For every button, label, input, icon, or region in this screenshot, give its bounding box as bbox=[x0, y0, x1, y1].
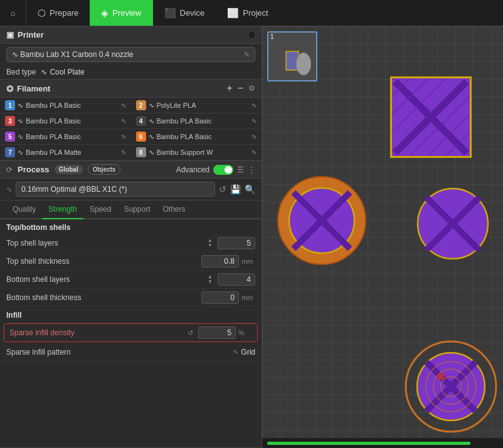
filament-item-4: 4 ∿ Bambu PLA Basic ✎ bbox=[131, 113, 262, 129]
filament-section: ⏣ Filament + − ⚙ 1 ∿ Bambu PLA Basic ✎ bbox=[0, 80, 262, 161]
profile-select[interactable]: 0.16mm Optimal @BBL X1C (*) bbox=[16, 182, 215, 197]
pattern-chevron-icon: ∿ bbox=[233, 348, 238, 356]
printer-settings-icon[interactable]: ⚙ bbox=[248, 31, 255, 39]
tab-preview[interactable]: ◈ Preview bbox=[90, 0, 152, 26]
left-panel: ▣ Printer ⚙ ∿ Bambu Lab X1 Carbon 0.4 no… bbox=[0, 26, 262, 448]
sparse-infill-density-input[interactable] bbox=[198, 326, 236, 339]
canvas-area: 1 bbox=[262, 26, 503, 448]
printer-name-row: ∿ Bambu Lab X1 Carbon 0.4 nozzle ✎ bbox=[0, 44, 262, 65]
print-object-circle-medium bbox=[415, 186, 490, 261]
filament-title: ⏣ Filament bbox=[6, 84, 50, 93]
tab-strength[interactable]: Strength bbox=[42, 201, 83, 219]
filament-edit-1[interactable]: ✎ bbox=[121, 102, 126, 109]
printer-name-display[interactable]: ∿ Bambu Lab X1 Carbon 0.4 nozzle ✎ bbox=[6, 47, 255, 62]
sparse-infill-density-unit: % bbox=[238, 329, 252, 336]
project-icon: ⬜ bbox=[227, 8, 239, 19]
filament-edit-4[interactable]: ✎ bbox=[251, 118, 257, 125]
top-shell-thickness-label: Top shell thickness bbox=[6, 257, 201, 266]
process-controls: Advanced ☰ ⋮ bbox=[176, 165, 255, 175]
sparse-infill-density-value: ↺ % bbox=[188, 326, 252, 339]
svg-rect-25 bbox=[438, 373, 444, 380]
infill-density-reset-icon[interactable]: ↺ bbox=[188, 329, 193, 337]
top-shell-thickness-unit: mm bbox=[241, 258, 255, 265]
bottom-shell-thickness-unit: mm bbox=[241, 294, 255, 301]
tab-quality[interactable]: Quality bbox=[6, 201, 42, 219]
filament-num-8: 8 bbox=[136, 147, 146, 157]
filament-edit-3[interactable]: ✎ bbox=[121, 118, 126, 125]
sparse-infill-pattern-display[interactable]: Grid bbox=[241, 348, 255, 357]
top-shell-thickness-input[interactable] bbox=[201, 255, 239, 268]
tab-others[interactable]: Others bbox=[156, 201, 191, 219]
filament-item-5: 5 ∿ Bambu PLA Basic ✎ bbox=[0, 129, 131, 145]
profile-reset-icon[interactable]: ↺ bbox=[219, 184, 226, 194]
printer-title: ▣ Printer bbox=[6, 30, 44, 39]
filament-item-6: 6 ∿ Bambu PLA Basic ✎ bbox=[131, 129, 262, 145]
profile-row: ∿ 0.16mm Optimal @BBL X1C (*) ↺ 💾 🔍 bbox=[0, 179, 262, 201]
tab-prepare[interactable]: ⬡ Prepare bbox=[26, 0, 90, 26]
list-view-icon[interactable]: ☰ bbox=[237, 165, 244, 174]
sparse-infill-pattern-label: Sparse infill pattern bbox=[6, 348, 233, 357]
profile-save-icon[interactable]: 💾 bbox=[230, 184, 241, 194]
filament-num-2: 2 bbox=[136, 100, 146, 110]
filament-num-3: 3 bbox=[5, 116, 15, 126]
circle-small-svg bbox=[403, 338, 500, 435]
filament-edit-7[interactable]: ✎ bbox=[121, 149, 126, 156]
bed-type-label: Bed type bbox=[6, 68, 36, 76]
home-button[interactable]: ⌂ bbox=[0, 0, 26, 26]
top-shell-thickness-value: mm bbox=[201, 255, 255, 268]
print-object-square bbox=[390, 76, 472, 158]
infill-title: Infill bbox=[0, 307, 262, 322]
filament-item-2: 2 ∿ PolyLite PLA ✎ bbox=[131, 98, 262, 113]
bed-value[interactable]: ∿ Cool Plate bbox=[41, 68, 84, 76]
advanced-label: Advanced bbox=[176, 165, 209, 174]
tab-speed[interactable]: Speed bbox=[83, 201, 118, 219]
filament-name-5: Bambu PLA Basic bbox=[26, 133, 119, 140]
settings-content: Top/bottom shells Top shell layers ▲ ▼ T… bbox=[0, 219, 262, 447]
process-section: ⟳ Process Global Objects Advanced ☰ ⋮ ∿ … bbox=[0, 161, 262, 448]
top-shell-layers-label: Top shell layers bbox=[6, 239, 206, 247]
process-header: ⟳ Process Global Objects Advanced ☰ ⋮ bbox=[0, 161, 262, 179]
top-shell-thickness-row: Top shell thickness mm bbox=[0, 253, 262, 271]
bed-type-row: Bed type ∿ Cool Plate bbox=[0, 65, 262, 79]
more-options-icon[interactable]: ⋮ bbox=[248, 165, 255, 174]
filament-header: ⏣ Filament + − ⚙ bbox=[0, 80, 262, 98]
top-shell-layers-down[interactable]: ▼ bbox=[206, 243, 214, 248]
filament-remove-button[interactable]: − bbox=[238, 83, 243, 94]
profile-chevron-icon: ∿ bbox=[6, 185, 12, 194]
filament-edit-2[interactable]: ✎ bbox=[251, 102, 257, 109]
svg-point-1 bbox=[296, 53, 311, 75]
filament-num-5: 5 bbox=[5, 132, 15, 142]
bottom-shell-thickness-value: mm bbox=[201, 291, 255, 304]
circle-medium-svg bbox=[415, 186, 490, 261]
print-object-circle-small bbox=[403, 338, 500, 435]
home-icon: ⌂ bbox=[11, 9, 15, 18]
badge-global[interactable]: Global bbox=[55, 165, 83, 174]
tab-project[interactable]: ⬜ Project bbox=[216, 0, 279, 26]
bottom-shell-layers-input[interactable] bbox=[218, 273, 255, 286]
tab-support[interactable]: Support bbox=[117, 201, 156, 219]
device-icon: ⬛ bbox=[164, 8, 176, 19]
thumbnail-panel[interactable]: 1 bbox=[267, 31, 317, 81]
tab-preview-label: Preview bbox=[112, 8, 141, 18]
filament-item-7: 7 ∿ Bambu PLA Matte ✎ bbox=[0, 145, 131, 160]
tab-device[interactable]: ⬛ Device bbox=[153, 0, 216, 26]
filament-edit-8[interactable]: ✎ bbox=[251, 149, 257, 156]
badge-objects[interactable]: Objects bbox=[88, 164, 121, 175]
filament-add-button[interactable]: + bbox=[226, 83, 232, 94]
bottom-shell-layers-label: Bottom shell layers bbox=[6, 275, 206, 284]
advanced-toggle[interactable] bbox=[213, 165, 233, 175]
filament-name-3: Bambu PLA Basic bbox=[26, 117, 119, 125]
sparse-infill-density-row: Sparse infill density ↺ % bbox=[4, 323, 258, 342]
top-shell-layers-input[interactable] bbox=[218, 237, 255, 249]
profile-search-icon[interactable]: 🔍 bbox=[245, 184, 255, 194]
bottom-shell-thickness-input[interactable] bbox=[201, 291, 239, 304]
printer-edit-icon[interactable]: ✎ bbox=[244, 51, 250, 59]
filament-edit-6[interactable]: ✎ bbox=[251, 133, 257, 140]
filament-edit-5[interactable]: ✎ bbox=[121, 133, 126, 140]
filament-name-2: PolyLite PLA bbox=[157, 102, 250, 109]
thumbnail-preview bbox=[273, 45, 311, 76]
bottom-shell-layers-down[interactable]: ▼ bbox=[206, 279, 214, 284]
filament-name-7: Bambu PLA Matte bbox=[26, 148, 119, 156]
square-xmark-svg bbox=[392, 78, 470, 156]
filament-settings-icon[interactable]: ⚙ bbox=[248, 84, 255, 93]
